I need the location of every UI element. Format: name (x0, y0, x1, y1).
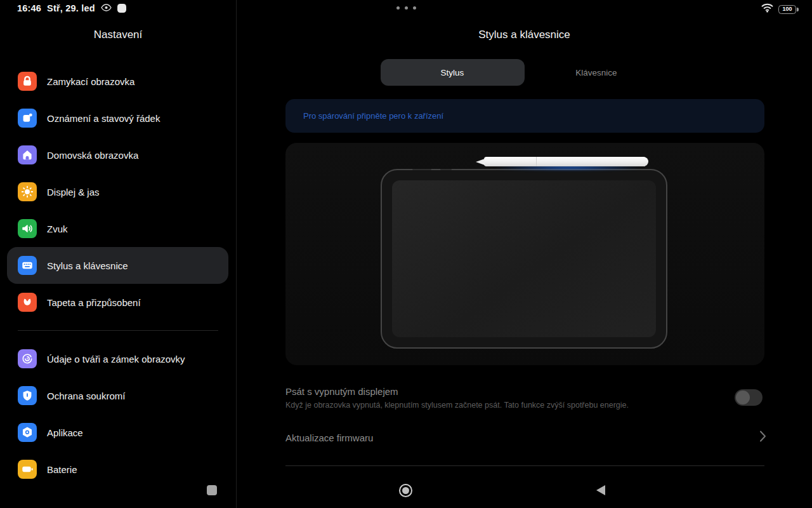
sidebar-item-label: Ochrana soukromí (47, 391, 125, 401)
brightness-icon (18, 182, 37, 201)
home-button-dot (402, 487, 409, 494)
sidebar-item-wallpaper[interactable]: Tapeta a přizpůsobení (0, 284, 235, 321)
sidebar-item-label: Domovská obrazovka (47, 150, 138, 161)
sidebar-item-label: Aplikace (47, 427, 83, 438)
stylus-keyboard-tabs: Stylus Klávesnice (381, 59, 669, 86)
stylus-seam (536, 157, 537, 166)
wallpaper-icon (18, 293, 37, 312)
sidebar-item-list: Zamykací obrazovka Oznámení a stavový řá… (0, 63, 235, 479)
privacy-shield-icon (18, 386, 37, 405)
stylus-illustration-card (285, 143, 764, 365)
stylus-tip (476, 159, 485, 165)
stylus-keyboard-pane: Stylus a klávesnice Stylus Klávesnice Pr… (237, 0, 812, 508)
write-screen-off-title: Psát s vypnutým displejem (285, 386, 763, 397)
sound-icon (18, 219, 37, 238)
recents-button[interactable] (207, 485, 217, 495)
sidebar-item-home-screen[interactable]: Domovská obrazovka (0, 137, 235, 173)
stylus-illustration (476, 156, 648, 172)
page-title: Stylus a klávesnice (237, 29, 812, 41)
tab-stylus[interactable]: Stylus (381, 59, 525, 86)
settings-sidebar: Nastavení Zamykací obrazovka Oznámení a … (0, 0, 237, 508)
pairing-hint-text: Pro spárování připněte pero k zařízení (303, 111, 443, 121)
stylus-body (484, 157, 648, 166)
tablet-illustration (381, 169, 667, 349)
section-divider (285, 465, 764, 466)
toggle-knob (736, 391, 750, 404)
sidebar-item-face-data[interactable]: Údaje o tváři a zámek obrazovky (0, 340, 235, 377)
sidebar-item-label: Zamykací obrazovka (47, 76, 134, 87)
face-unlock-icon (18, 349, 37, 368)
tablet-button (412, 169, 431, 170)
sidebar-item-label: Zvuk (47, 224, 68, 234)
firmware-update-label: Aktualizace firmwaru (285, 432, 373, 443)
write-screen-off-toggle[interactable] (735, 389, 763, 406)
sidebar-item-label: Displej & jas (47, 187, 100, 197)
sidebar-title: Nastavení (0, 29, 236, 41)
pairing-hint-banner: Pro spárování připněte pero k zařízení (285, 99, 764, 133)
firmware-update-row[interactable]: Aktualizace firmwaru (285, 428, 766, 447)
sidebar-item-sound[interactable]: Zvuk (0, 210, 235, 247)
tablet-button (440, 169, 452, 170)
home-screen-icon (18, 145, 37, 164)
apps-icon (18, 423, 37, 442)
keyboard-icon (18, 256, 37, 275)
lock-icon (18, 72, 37, 91)
write-screen-off-subtitle: Když je obrazovka vypnutá, klepnutím sty… (285, 401, 730, 410)
chevron-right-icon (759, 430, 766, 445)
sidebar-item-notifications[interactable]: Oznámení a stavový řádek (0, 100, 235, 137)
tablet-screen (392, 180, 656, 337)
system-nav-bar (0, 473, 812, 508)
sidebar-item-label: Oznámení a stavový řádek (47, 113, 160, 124)
sidebar-item-label: Tapeta a přizpůsobení (47, 297, 141, 308)
sidebar-item-privacy[interactable]: Ochrana soukromí (0, 377, 235, 414)
notifications-icon (18, 109, 37, 128)
sidebar-item-label: Údaje o tváři a zámek obrazovky (47, 354, 185, 364)
sidebar-item-apps[interactable]: Aplikace (0, 414, 235, 451)
sidebar-item-lock-screen[interactable]: Zamykací obrazovka (0, 63, 235, 100)
tab-keyboard[interactable]: Klávesnice (525, 59, 669, 86)
sidebar-item-display-brightness[interactable]: Displej & jas (0, 173, 235, 210)
sidebar-item-label: Stylus a klávesnice (47, 260, 128, 271)
home-button[interactable] (399, 484, 412, 497)
back-button[interactable] (596, 485, 605, 495)
sidebar-item-stylus-keyboard[interactable]: Stylus a klávesnice (7, 247, 228, 284)
sidebar-group-divider (18, 330, 218, 331)
write-screen-off-row: Psát s vypnutým displejem Když je obrazo… (285, 386, 763, 410)
